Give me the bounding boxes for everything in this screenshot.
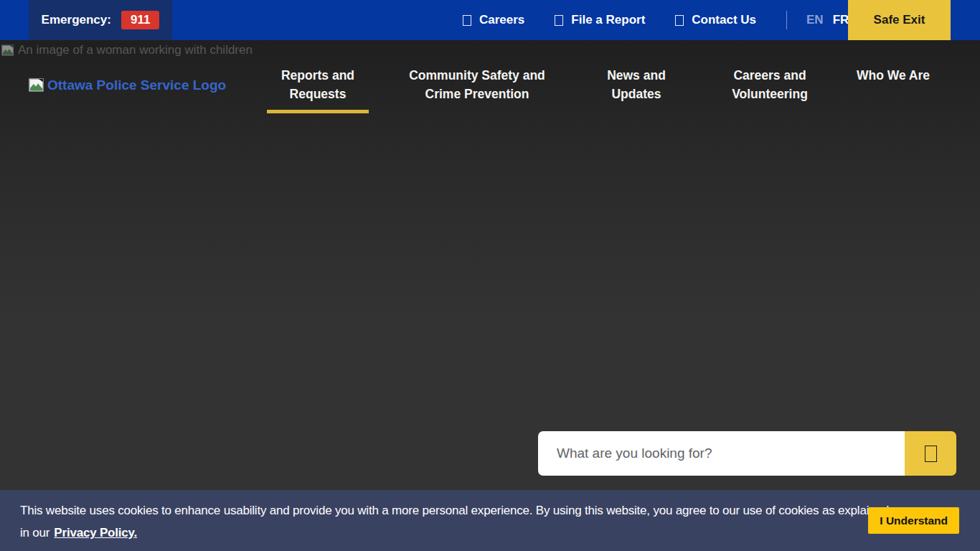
hero-image-alt-text: An image of a woman working with childre… — [18, 43, 253, 57]
nav-item-label: Who We Are — [857, 68, 930, 83]
privacy-policy-link[interactable]: Privacy Policy. — [54, 526, 137, 540]
file-a-report-link[interactable]: File a Report — [555, 13, 645, 27]
site-search — [538, 431, 956, 476]
broken-image-icon — [1, 44, 15, 57]
careers-icon — [463, 15, 471, 26]
language-divider — [786, 11, 787, 29]
cookie-message-line1: This website uses cookies to enhance usa… — [20, 499, 867, 522]
search-input[interactable] — [538, 431, 905, 476]
search-icon — [925, 446, 937, 462]
emergency-911-badge[interactable]: 911 — [121, 11, 159, 29]
top-utility-bar: Emergency: 911 Careers File a Report Con… — [0, 0, 980, 40]
cookie-consent-banner: This website uses cookies to enhance usa… — [0, 490, 980, 551]
language-toggle-en[interactable]: EN — [806, 13, 824, 27]
nav-item-community-safety-and-crime-prevention[interactable]: Community Safety and Crime Prevention — [399, 66, 555, 103]
nav-item-label: Community Safety and Crime Prevention — [409, 68, 545, 101]
language-toggle-fr[interactable]: FR — [833, 13, 849, 27]
nav-item-label: Reports and Requests — [281, 68, 354, 101]
contact-us-link[interactable]: Contact Us — [675, 13, 756, 27]
careers-link[interactable]: Careers — [463, 13, 524, 27]
top-links-group: Careers File a Report Contact Us EN FR — [463, 0, 849, 40]
safe-exit-button[interactable]: Safe Exit — [848, 0, 951, 40]
contact-us-link-label: Contact Us — [692, 13, 756, 27]
careers-link-label: Careers — [479, 13, 524, 27]
search-button[interactable] — [905, 431, 956, 476]
file-report-icon — [555, 15, 563, 26]
cookie-accept-button[interactable]: I Understand — [868, 507, 959, 534]
contact-us-icon — [675, 15, 684, 26]
site-logo-link[interactable]: Ottawa Police Service Logo — [29, 77, 226, 93]
hero-broken-image: An image of a woman working with childre… — [1, 43, 253, 57]
nav-item-label: Careers and Volunteering — [732, 68, 808, 101]
cookie-message: This website uses cookies to enhance usa… — [20, 499, 867, 544]
file-a-report-link-label: File a Report — [571, 13, 645, 27]
nav-item-reports-and-requests[interactable]: Reports and Requests — [267, 66, 369, 113]
nav-item-news-and-updates[interactable]: News and Updates — [599, 66, 674, 103]
nav-item-careers-and-volunteering[interactable]: Careers and Volunteering — [723, 66, 816, 103]
emergency-block: Emergency: 911 — [29, 0, 172, 40]
active-nav-underline — [267, 110, 369, 113]
ottawa-police-homepage: Emergency: 911 Careers File a Report Con… — [0, 0, 980, 551]
broken-logo-image-icon — [29, 78, 45, 93]
logo-alt-text: Ottawa Police Service Logo — [47, 77, 226, 93]
nav-item-who-we-are[interactable]: Who We Are — [849, 66, 938, 85]
cookie-message-line2: in our — [20, 526, 50, 540]
nav-item-label: News and Updates — [607, 68, 666, 101]
emergency-label: Emergency: — [42, 13, 111, 27]
